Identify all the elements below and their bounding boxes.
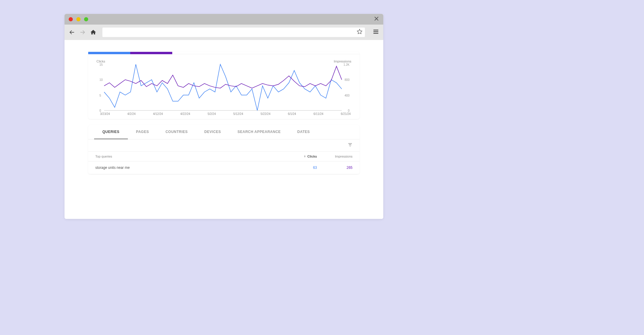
bookmark-star-icon[interactable] [357,29,363,36]
performance-chart-panel: Clicks Impressions 15 10 5 0 1.2K 800 40… [88,52,360,119]
y-tick: 5 [99,94,101,97]
tab-dates[interactable]: DATES [289,125,318,139]
x-tick: 4/2/24 [127,112,136,116]
filter-icon[interactable] [348,142,352,148]
page-content: Clicks Impressions 15 10 5 0 1.2K 800 40… [65,40,383,219]
x-tick: 6/1/24 [288,112,296,116]
y-tick: 1.2K [343,63,350,66]
browser-toolbar [65,25,383,40]
y-tick: 0 [99,109,101,112]
column-header-clicks-label: Clicks [307,155,317,158]
tab-devices[interactable]: DEVICES [196,125,229,139]
url-input[interactable] [105,30,355,35]
y-tick: 15 [99,63,103,66]
home-button[interactable] [90,29,96,36]
chart-plot: 15 10 5 0 1.2K 800 400 0 [96,64,351,111]
y-axis-left-label: Clicks [96,60,105,63]
chart-area: Clicks Impressions 15 10 5 0 1.2K 800 40… [88,54,360,119]
close-icon[interactable] [374,16,379,23]
queries-panel: QUERIES PAGES COUNTRIES DEVICES SEARCH A… [88,125,360,174]
clicks-cell: 63 [281,166,317,170]
sort-down-icon [303,155,306,158]
table-row[interactable]: storage units near me 63 265 [88,161,360,174]
y-tick: 800 [344,78,350,81]
x-tick: 5/12/24 [233,112,243,116]
close-window-button[interactable] [69,17,73,21]
browser-window: Clicks Impressions 15 10 5 0 1.2K 800 40… [65,14,383,219]
y-axis-right-label: Impressions [334,60,351,63]
title-bar [65,14,383,25]
table-header: Top queries Clicks Impressions [88,151,360,161]
tab-search-appearance[interactable]: SEARCH APPEARANCE [229,125,289,139]
traffic-lights [69,17,88,21]
metric-selector-bar [88,52,360,54]
x-tick: 6/11/24 [313,112,323,116]
minimize-window-button[interactable] [76,17,80,21]
column-header-query[interactable]: Top queries [95,155,281,158]
x-tick: 5/2/24 [207,112,216,116]
line-chart-svg [96,64,351,111]
tab-countries[interactable]: COUNTRIES [157,125,196,139]
metric-impressions-tab[interactable] [130,52,172,54]
x-tick: 4/12/24 [153,112,163,116]
tab-queries[interactable]: QUERIES [94,125,128,139]
y-tick: 0 [348,109,350,112]
query-cell: storage units near me [95,166,281,170]
back-button[interactable] [69,29,75,36]
impressions-cell: 265 [317,166,352,170]
url-bar[interactable] [102,28,365,37]
x-tick: 4/22/24 [180,112,190,116]
x-tick: 6/21/24 [341,112,351,116]
forward-button[interactable] [79,29,86,36]
x-tick: 3/23/24 [100,112,110,116]
y-tick: 10 [99,78,103,81]
maximize-window-button[interactable] [84,17,88,21]
column-header-clicks[interactable]: Clicks [281,155,317,158]
column-header-impressions[interactable]: Impressions [317,155,352,158]
metric-clicks-tab[interactable] [88,52,130,54]
x-axis-ticks: 3/23/24 4/2/24 4/12/24 4/22/24 5/2/24 5/… [96,111,351,116]
y-tick: 400 [344,94,350,97]
menu-button[interactable] [373,28,379,36]
tab-pages[interactable]: PAGES [128,125,157,139]
chart-axis-labels: Clicks Impressions [96,60,351,63]
filter-row [88,140,360,151]
tabs-row: QUERIES PAGES COUNTRIES DEVICES SEARCH A… [88,125,360,140]
x-tick: 5/22/24 [260,112,270,116]
